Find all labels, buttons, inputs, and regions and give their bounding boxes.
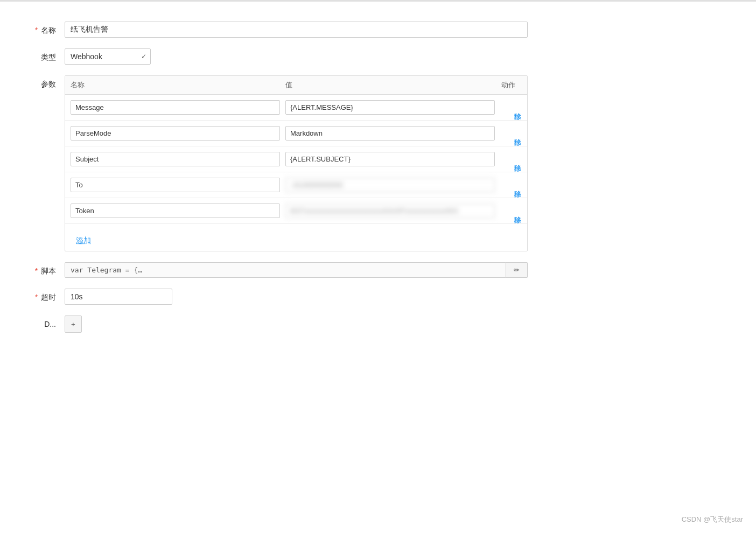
param-value-input-blurred[interactable]	[285, 178, 495, 192]
type-label: 类型	[22, 48, 65, 62]
param-name-input[interactable]	[71, 126, 280, 141]
param-value-input[interactable]	[285, 152, 495, 166]
timeout-label: * 超时	[22, 289, 65, 303]
script-input-row: ✏	[65, 262, 528, 278]
params-content: 名称 值 动作 移除 移除	[65, 75, 528, 251]
param-name-input[interactable]	[71, 178, 280, 192]
table-row: 移除	[65, 95, 527, 121]
name-content	[65, 22, 528, 38]
page-container: * 名称 类型 Webhook Email DingTalk WeChat	[0, 0, 756, 533]
add-param-link[interactable]: 添加	[76, 236, 91, 246]
name-label: * 名称	[22, 22, 65, 36]
script-edit-button[interactable]: ✏	[506, 262, 528, 278]
script-label-text: 脚本	[41, 266, 56, 275]
form-section: * 名称 类型 Webhook Email DingTalk WeChat	[22, 22, 734, 333]
name-label-text: 名称	[41, 26, 56, 34]
param-name-input[interactable]	[71, 204, 280, 218]
timeout-content	[65, 289, 528, 305]
type-select[interactable]: Webhook Email DingTalk WeChat	[65, 48, 151, 65]
table-row: 移除	[65, 146, 527, 172]
params-header-value: 值	[285, 80, 495, 90]
timeout-label-text: 超时	[41, 293, 56, 301]
script-required-star: *	[35, 266, 38, 275]
script-label: * 脚本	[22, 262, 65, 276]
params-table: 名称 值 动作 移除 移除	[65, 75, 528, 251]
timeout-input[interactable]	[65, 289, 172, 305]
timeout-row: * 超时	[22, 289, 734, 305]
name-input[interactable]	[65, 22, 528, 38]
watermark: CSDN @飞天使star	[682, 515, 743, 524]
param-name-input[interactable]	[71, 152, 280, 166]
type-select-wrapper: Webhook Email DingTalk WeChat ✓	[65, 48, 151, 65]
params-header: 名称 值 动作	[65, 76, 527, 95]
params-label-text: 参数	[41, 80, 56, 88]
bottom-label-text: D...	[22, 315, 65, 328]
edit-icon: ✏	[514, 266, 520, 274]
top-border	[0, 0, 756, 2]
timeout-required-star: *	[35, 293, 38, 301]
bottom-row: D... +	[22, 315, 734, 333]
name-required-star: *	[35, 26, 38, 34]
type-content: Webhook Email DingTalk WeChat ✓	[65, 48, 528, 65]
table-row: 移除	[65, 198, 527, 224]
script-row: * 脚本 ✏	[22, 262, 734, 278]
type-label-text: 类型	[41, 53, 56, 61]
plus-icon: +	[71, 320, 75, 328]
script-content: ✏	[65, 262, 528, 278]
name-row: * 名称	[22, 22, 734, 38]
params-label: 参数	[22, 75, 65, 89]
params-row: 参数 名称 值 动作 移除	[22, 75, 734, 251]
table-row: 移除	[65, 172, 527, 198]
bottom-content: +	[65, 315, 528, 333]
params-header-action: 动作	[495, 80, 522, 90]
script-input[interactable]	[65, 262, 506, 278]
params-header-name: 名称	[71, 80, 280, 90]
bottom-add-button[interactable]: +	[65, 315, 82, 333]
table-row: 移除	[65, 121, 527, 146]
param-value-input[interactable]	[285, 126, 495, 141]
type-row: 类型 Webhook Email DingTalk WeChat ✓	[22, 48, 734, 65]
add-row: 添加	[65, 224, 527, 251]
param-value-input-blurred[interactable]	[285, 204, 495, 218]
param-value-input[interactable]	[285, 100, 495, 115]
param-name-input[interactable]	[71, 100, 280, 115]
